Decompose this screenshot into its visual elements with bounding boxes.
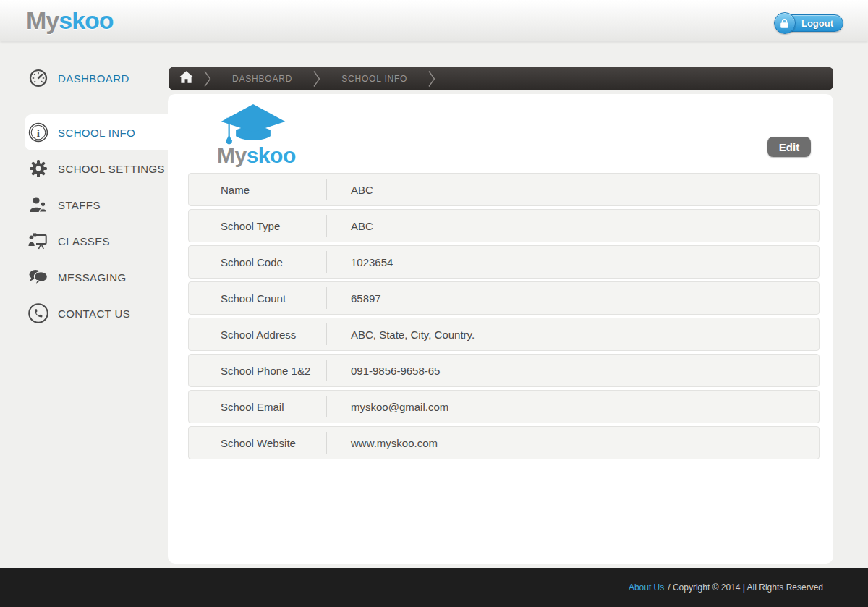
table-row-school-email: School Email myskoo@gmail.com — [188, 390, 820, 423]
gear-icon — [27, 158, 49, 179]
sidebar-item-school-info[interactable]: i SCHOOL INFO — [25, 114, 168, 150]
row-label: School Website — [189, 437, 326, 449]
row-value: ABC, State, City, Country. — [327, 328, 475, 341]
school-info-table: Name ABC School Type ABC School Code 102… — [188, 173, 820, 462]
row-value: ABC — [327, 184, 373, 196]
table-row-school-website: School Website www.myskoo.com — [188, 426, 820, 459]
phone-icon — [27, 302, 49, 324]
breadcrumb: DASHBOARD SCHOOL INFO — [169, 67, 833, 90]
breadcrumb-home[interactable] — [169, 67, 203, 90]
logout-label: Logout — [801, 18, 833, 29]
sidebar-item-dashboard[interactable]: DASHBOARD — [0, 60, 168, 96]
row-value: myskoo@gmail.com — [327, 401, 448, 413]
footer: About Us / Copyright © 2014 | All Rights… — [0, 568, 868, 607]
people-icon — [27, 196, 49, 213]
content-panel: Myskoo Edit Name ABC School Type ABC Sch… — [168, 94, 833, 564]
app-logo-part1: My — [26, 7, 59, 34]
row-label: School Phone 1&2 — [189, 365, 326, 377]
sidebar-item-school-settings[interactable]: SCHOOL SETTINGS — [0, 150, 168, 187]
logout-button[interactable]: Logout — [783, 14, 843, 32]
sidebar: DASHBOARD i SCHOOL INFO — [0, 41, 168, 569]
row-label: School Count — [189, 292, 326, 305]
table-row-name: Name ABC — [188, 173, 820, 206]
row-value: www.myskoo.com — [327, 437, 438, 449]
row-label: Name — [189, 184, 326, 196]
row-label: School Address — [189, 328, 326, 341]
sidebar-item-label: SCHOOL INFO — [58, 127, 135, 139]
table-row-school-code: School Code 1023654 — [188, 245, 820, 279]
breadcrumb-item-school-info[interactable]: SCHOOL INFO — [321, 74, 427, 84]
row-value: 091-9856-9658-65 — [327, 365, 440, 377]
info-icon: i — [27, 122, 49, 143]
table-row-school-phone: School Phone 1&2 091-9856-9658-65 — [188, 354, 820, 387]
row-value: 65897 — [327, 292, 381, 305]
sidebar-item-messaging[interactable]: MESSAGING — [0, 259, 168, 295]
graduation-cap-icon — [216, 104, 291, 149]
home-icon — [179, 71, 193, 86]
sidebar-item-label: MESSAGING — [58, 271, 126, 284]
row-label: School Type — [189, 220, 326, 232]
sidebar-item-staffs[interactable]: STAFFS — [0, 187, 168, 223]
sidebar-item-contact-us[interactable]: CONTACT US — [0, 295, 168, 331]
breadcrumb-item-dashboard[interactable]: DASHBOARD — [212, 74, 312, 84]
school-logo-part2: skoo — [247, 143, 296, 167]
table-row-school-address: School Address ABC, State, City, Country… — [188, 318, 820, 351]
speech-bubbles-icon — [27, 269, 49, 286]
row-label: School Email — [189, 401, 326, 413]
chevron-right-icon — [427, 70, 436, 88]
row-value: 1023654 — [327, 256, 393, 268]
copyright-text: / Copyright © 2014 | All Rights Reserved — [668, 582, 823, 593]
sidebar-item-label: CONTACT US — [58, 307, 130, 320]
app-header: Myskoo Logout — [0, 0, 868, 41]
edit-button[interactable]: Edit — [767, 137, 811, 157]
sidebar-item-classes[interactable]: CLASSES — [0, 223, 168, 259]
sidebar-item-label: SCHOOL SETTINGS — [58, 163, 165, 175]
sidebar-item-label: STAFFS — [58, 199, 101, 211]
app-logo: Myskoo — [26, 7, 114, 35]
chevron-right-icon — [312, 70, 321, 88]
sidebar-spacer — [0, 96, 168, 114]
row-label: School Code — [189, 256, 326, 268]
about-us-link[interactable]: About Us — [629, 582, 664, 593]
table-row-school-count: School Count 65897 — [188, 281, 820, 315]
school-logo-part1: My — [217, 143, 247, 167]
sidebar-item-label: DASHBOARD — [58, 72, 129, 85]
chevron-right-icon — [203, 70, 212, 88]
app-logo-part2: skoo — [59, 7, 113, 34]
table-row-school-type: School Type ABC — [188, 209, 820, 242]
svg-text:i: i — [37, 127, 41, 139]
presentation-icon — [27, 232, 49, 250]
school-logo: Myskoo — [217, 143, 296, 168]
row-value: ABC — [327, 220, 373, 232]
speedometer-icon — [27, 69, 49, 88]
sidebar-item-label: CLASSES — [58, 235, 110, 247]
lock-icon — [774, 12, 796, 34]
